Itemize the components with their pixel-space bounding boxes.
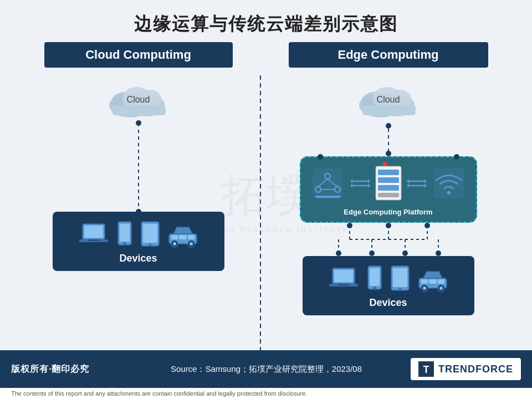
cloud-computing-panel: Cloud Computimg Cloud [22,42,254,271]
title-area: 边缘运算与传统云端差别示意图 [0,0,532,42]
svg-rect-11 [120,224,130,242]
svg-marker-40 [350,179,352,183]
devices-box-right: Devices [303,256,474,315]
cloud-left: Cloud [103,79,175,120]
svg-rect-46 [378,177,399,183]
devices-icons-left [57,216,220,250]
panel-divider [260,75,261,350]
footer: 版权所有·翻印必究 Source：Samsung；拓墣产业研究院整理，2023/… [0,350,532,388]
cloud-to-platform-connection [386,123,391,156]
edge-platform-box: Edge Computing Platform [300,156,477,223]
tablet-icon-left [140,221,160,248]
svg-rect-30 [313,168,343,198]
footer-source: Source：Samsung；拓墣产业研究院整理，2023/08 [122,364,411,375]
svg-rect-37 [315,196,340,198]
footer-copyright: 版权所有·翻印必究 [11,364,122,375]
svg-text:T: T [423,364,429,375]
arrow-bidirectional-1 [350,177,370,192]
dot-bottom-left [136,209,141,214]
page-title: 边缘运算与传统云端差别示意图 [134,14,398,34]
edge-platform-icons [310,165,467,203]
svg-rect-84 [429,279,437,284]
cloud-left-label: Cloud [127,95,150,105]
edge-device-2 [375,165,402,203]
svg-rect-85 [438,279,444,284]
svg-rect-14 [143,224,157,243]
svg-marker-42 [368,183,370,188]
trendforce-logo-icon: T [418,361,434,377]
svg-marker-54 [407,183,409,188]
svg-marker-50 [424,179,427,183]
laptop-icon-left [78,221,109,248]
phone-icon-right [366,265,383,293]
svg-point-81 [398,288,401,291]
laptop-icon-right [328,265,359,293]
svg-rect-9 [88,239,99,241]
edge-computing-header: Edge Computimg [289,42,488,68]
cloud-connect-dot-top [386,123,391,129]
devices-label-right: Devices [307,295,470,311]
svg-marker-43 [350,183,352,188]
svg-marker-53 [424,183,427,188]
platform-dot-left [318,154,323,160]
svg-rect-48 [378,193,399,197]
svg-point-78 [373,287,376,290]
footer-logo: T TRENDFORCE [411,358,521,380]
svg-rect-29 [362,105,416,115]
svg-rect-17 [171,235,178,239]
svg-point-70 [402,250,408,256]
car-icon-right [417,268,449,293]
cloud-computing-header: Cloud Computimg [44,42,233,68]
footer-logo-text: TRENDFORCE [438,364,513,375]
platform-dot-right [454,154,459,160]
svg-rect-5 [112,105,166,115]
svg-point-23 [190,242,193,245]
car-icon-left [167,224,199,248]
dashed-cloud-edge [388,129,389,151]
svg-point-87 [423,287,426,290]
devices-label-left: Devices [57,250,220,267]
svg-rect-80 [393,268,407,287]
edge-device-1 [310,165,346,203]
devices-icons-right [307,260,470,295]
svg-rect-18 [179,235,187,239]
svg-point-12 [123,242,126,245]
main-container: 边缘运算与传统云端差别示意图 拓墣 TOPOLOGY RESEARCH INST… [0,0,532,399]
platform-to-devices [305,223,472,256]
svg-rect-45 [378,170,399,175]
edge-platform-label: Edge Computing Platform [344,208,432,216]
cloud-right-label: Cloud [377,95,400,105]
diagram-area: Cloud Computimg Cloud [0,42,532,350]
disclaimer: The contents of this report and any atta… [0,388,532,399]
svg-rect-77 [370,268,380,286]
diagram-wrapper: 拓墣 TOPOLOGY RESEARCH INSTITUTE Cloud Com… [0,42,532,350]
arrow-bidirectional-2 [407,177,427,192]
svg-point-56 [447,191,451,195]
svg-rect-83 [421,279,428,284]
svg-rect-73 [334,270,353,282]
phone-icon-left [116,221,134,248]
svg-point-71 [436,250,441,256]
svg-point-15 [149,244,151,247]
dot-top-left [136,120,141,126]
svg-rect-47 [378,185,399,191]
svg-rect-7 [84,226,103,238]
edge-computing-panel: Edge Computimg Cloud [267,42,510,315]
svg-point-68 [336,250,341,256]
cloud-connect-dot-bottom [386,151,391,156]
status-indicator [383,162,387,166]
cloud-right: Cloud [352,79,424,120]
devices-box-left: Devices [53,212,224,271]
tablet-icon-right [390,265,410,293]
svg-point-69 [369,250,375,256]
dashed-line-left [138,123,139,212]
svg-rect-19 [188,235,195,239]
svg-point-89 [439,287,443,290]
svg-marker-51 [407,179,409,183]
svg-rect-75 [338,284,349,285]
svg-point-21 [173,242,176,245]
svg-marker-39 [368,179,370,183]
edge-device-3 [431,165,467,203]
